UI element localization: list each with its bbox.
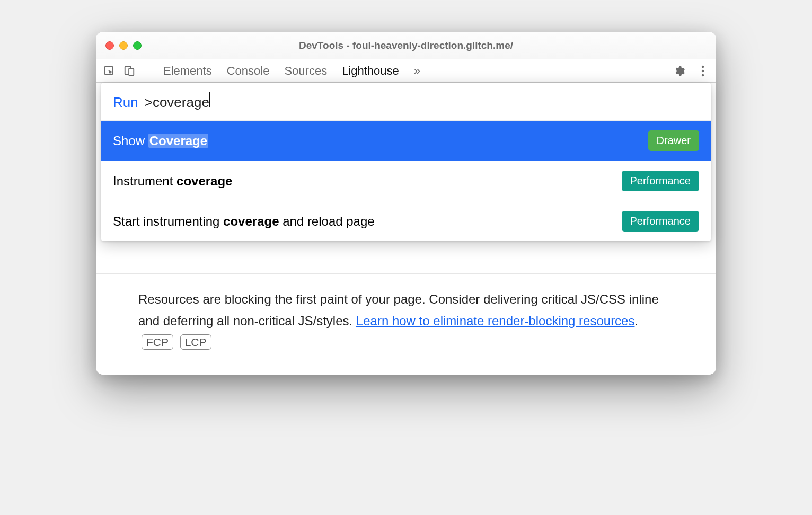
titlebar: DevTools - foul-heavenly-direction.glitc… [96, 32, 716, 59]
separator [146, 64, 146, 78]
command-item[interactable]: Start instrumenting coverage and reload … [101, 201, 711, 241]
close-window-button[interactable] [105, 41, 114, 50]
metric-pill-lcp: LCP [180, 334, 211, 350]
more-tabs-button[interactable]: » [414, 64, 420, 78]
maximize-window-button[interactable] [133, 41, 142, 50]
minimize-window-button[interactable] [119, 41, 128, 50]
command-item-badge: Performance [622, 171, 700, 191]
tab-elements[interactable]: Elements [163, 64, 212, 78]
command-item-label: Show Coverage [113, 134, 208, 148]
svg-point-5 [702, 74, 704, 76]
tab-lighthouse[interactable]: Lighthouse [342, 64, 399, 78]
tab-console[interactable]: Console [227, 64, 270, 78]
description-period: . [634, 314, 638, 328]
command-query: coverage [153, 94, 209, 111]
learn-more-link[interactable]: Learn how to eliminate render-blocking r… [356, 314, 635, 328]
device-toolbar-icon[interactable] [121, 63, 137, 79]
panel-area: Run > coverage Show CoverageDrawerInstru… [96, 83, 716, 375]
command-item-label: Start instrumenting coverage and reload … [113, 214, 375, 229]
text-cursor [209, 92, 210, 107]
svg-point-4 [702, 69, 704, 72]
command-item[interactable]: Show CoverageDrawer [101, 121, 711, 161]
svg-point-3 [702, 65, 704, 67]
command-prefix: Run [113, 94, 138, 111]
command-input-row[interactable]: Run > coverage [101, 83, 711, 121]
command-item-badge: Drawer [648, 130, 699, 151]
devtools-window: DevTools - foul-heavenly-direction.glitc… [96, 32, 716, 375]
command-gt: > [145, 94, 153, 111]
metric-pill-fcp: FCP [142, 334, 173, 350]
command-menu: Run > coverage Show CoverageDrawerInstru… [101, 83, 711, 241]
audit-description: Resources are blocking the first paint o… [96, 273, 716, 375]
panel-tabs: Elements Console Sources Lighthouse » [163, 64, 420, 78]
svg-rect-2 [129, 68, 134, 75]
traffic-lights [105, 41, 142, 50]
tab-sources[interactable]: Sources [284, 64, 327, 78]
toolbar-left: Elements Console Sources Lighthouse » [101, 63, 420, 79]
inspect-element-icon[interactable] [101, 63, 117, 79]
kebab-menu-icon[interactable] [695, 63, 711, 79]
command-item-badge: Performance [622, 211, 700, 232]
window-title: DevTools - foul-heavenly-direction.glitc… [104, 40, 708, 51]
settings-gear-icon[interactable] [672, 63, 687, 79]
command-item[interactable]: Instrument coveragePerformance [101, 161, 711, 201]
toolbar-right [672, 63, 711, 79]
devtools-toolbar: Elements Console Sources Lighthouse » [96, 59, 716, 83]
command-item-label: Instrument coverage [113, 174, 232, 189]
command-list: Show CoverageDrawerInstrument coveragePe… [101, 121, 711, 241]
